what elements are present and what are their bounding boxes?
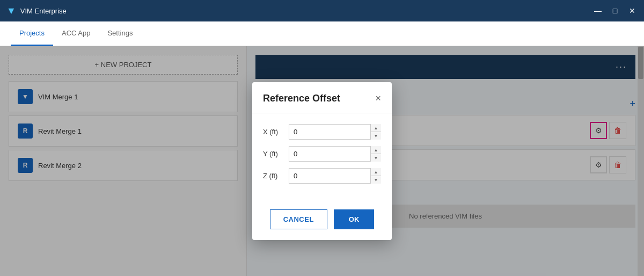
x-spinner: ▲ ▼: [370, 124, 381, 140]
z-input[interactable]: [289, 168, 381, 184]
x-input[interactable]: [289, 124, 381, 140]
x-field-row: X (ft) ▲ ▼: [263, 124, 381, 140]
modal-overlay: Reference Offset × X (ft) ▲ ▼: [0, 46, 644, 276]
nav-tabs: Projects ACC App Settings: [0, 21, 644, 46]
ok-button[interactable]: OK: [334, 209, 375, 229]
dialog-footer: CANCEL OK: [252, 201, 392, 240]
tab-settings[interactable]: Settings: [99, 21, 141, 46]
y-decrement-button[interactable]: ▼: [371, 154, 381, 162]
x-label: X (ft): [263, 128, 284, 136]
vim-logo: ▼: [6, 5, 16, 17]
reference-offset-dialog: Reference Offset × X (ft) ▲ ▼: [252, 82, 392, 240]
z-spinner: ▲ ▼: [370, 168, 381, 184]
app-title: VIM Enterprise: [20, 7, 67, 15]
y-label: Y (ft): [263, 150, 284, 158]
y-input-wrap: ▲ ▼: [289, 146, 381, 162]
x-input-wrap: ▲ ▼: [289, 124, 381, 140]
tab-projects[interactable]: Projects: [11, 21, 53, 46]
main-content: + NEW PROJECT ▼ VIM Merge 1 R Revit Merg…: [0, 46, 644, 276]
z-increment-button[interactable]: ▲: [371, 168, 381, 176]
z-label: Z (ft): [263, 172, 284, 180]
y-field-row: Y (ft) ▲ ▼: [263, 146, 381, 162]
dialog-body: X (ft) ▲ ▼ Y (ft): [252, 113, 392, 201]
dialog-close-button[interactable]: ×: [375, 93, 381, 104]
x-increment-button[interactable]: ▲: [371, 124, 381, 132]
dialog-title: Reference Offset: [263, 93, 340, 104]
maximize-button[interactable]: □: [610, 6, 620, 15]
titlebar: ▼ VIM Enterprise — □ ✕: [0, 0, 644, 21]
minimize-button[interactable]: —: [592, 6, 603, 15]
y-spinner: ▲ ▼: [370, 146, 381, 162]
app-container: Projects ACC App Settings + NEW PROJECT …: [0, 21, 644, 276]
dialog-header: Reference Offset ×: [252, 82, 392, 113]
titlebar-left: ▼ VIM Enterprise: [6, 5, 67, 17]
z-decrement-button[interactable]: ▼: [371, 176, 381, 184]
y-increment-button[interactable]: ▲: [371, 146, 381, 154]
tab-acc-app[interactable]: ACC App: [53, 21, 99, 46]
cancel-button[interactable]: CANCEL: [270, 209, 327, 229]
z-input-wrap: ▲ ▼: [289, 168, 381, 184]
y-input[interactable]: [289, 146, 381, 162]
z-field-row: Z (ft) ▲ ▼: [263, 168, 381, 184]
window-controls: — □ ✕: [592, 6, 638, 15]
x-decrement-button[interactable]: ▼: [371, 132, 381, 140]
close-button[interactable]: ✕: [627, 6, 638, 15]
